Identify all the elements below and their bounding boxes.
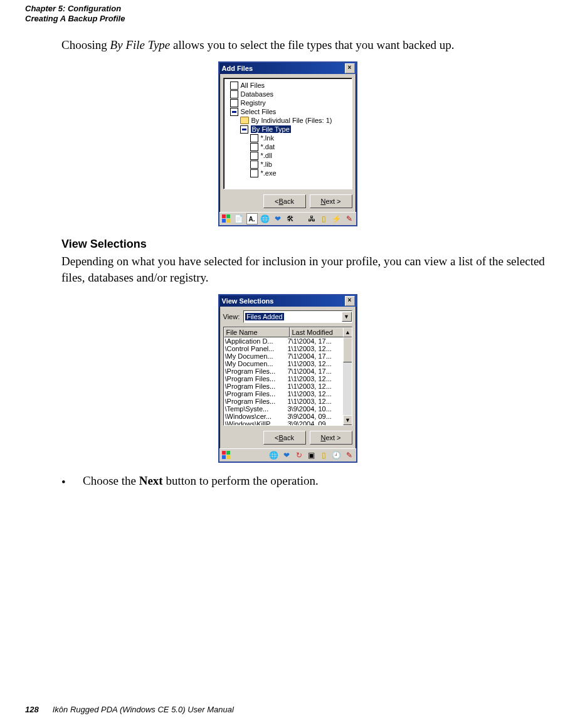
shield-a-icon[interactable]: A. <box>246 213 258 224</box>
globe-icon[interactable]: 🌐 <box>269 450 279 460</box>
pen-icon[interactable]: ✎ <box>344 450 354 460</box>
tree-item-ext[interactable]: *.exe <box>225 169 351 177</box>
tree-item-by-file-type[interactable]: By File Type <box>225 125 351 134</box>
cell-lastmod: 1\1\2003, 12... <box>288 398 352 405</box>
running-header: Chapter 5: Configuration Creating A Back… <box>25 4 550 24</box>
checkbox-icon[interactable] <box>230 82 238 90</box>
manual-title: Ikôn Rugged PDA (Windows CE 5.0) User Ma… <box>53 705 234 714</box>
checkbox-icon[interactable] <box>250 152 258 160</box>
back-button[interactable]: < Back <box>263 431 306 445</box>
next-rest: ext > <box>325 434 340 441</box>
tree-item-registry[interactable]: Registry <box>225 98 351 107</box>
pen-icon[interactable]: ✎ <box>344 214 354 224</box>
checkbox-partial-icon[interactable] <box>230 108 238 116</box>
tree-item-select-files[interactable]: Select Files <box>225 107 351 116</box>
cell-filename: \Temp\Syste... <box>225 405 288 413</box>
start-icon[interactable] <box>221 214 231 224</box>
tree-label: Select Files <box>241 108 277 115</box>
taskbar: 🌐 ❤ ↻ ▣ ▯ 🕘 ✎ <box>219 448 356 462</box>
next-button[interactable]: Next > <box>310 431 352 445</box>
files-list[interactable]: File Name Last Modified \Application D..… <box>223 327 352 426</box>
checkbox-partial-icon[interactable] <box>240 125 248 134</box>
list-item[interactable]: \Program Files...1\1\2003, 12... <box>224 382 352 390</box>
list-item[interactable]: \Temp\Syste...3\9\2004, 10... <box>224 405 352 413</box>
scroll-down-icon[interactable]: ▼ <box>343 415 352 425</box>
taskbar: 📄 A. 🌐 ❤ 🛠 🖧 ▯ ⚡ ✎ <box>219 212 356 225</box>
figure-view-selections: View Selections × View: Files Added ▼ Fi… <box>25 294 550 463</box>
sync-icon[interactable]: ↻ <box>294 450 304 460</box>
tool-icon[interactable]: 🛠 <box>285 214 295 224</box>
column-header-filename[interactable]: File Name <box>224 327 290 337</box>
tree-label: By Individual File (Files: 1) <box>251 117 332 124</box>
list-item[interactable]: \Windows\KillP...3\9\2004, 09... <box>224 420 352 426</box>
view-combobox[interactable]: Files Added ▼ <box>243 310 352 323</box>
add-files-titlebar: Add Files × <box>219 63 356 74</box>
list-item[interactable]: \My Documen...1\1\2003, 12... <box>224 360 352 367</box>
network-icon[interactable]: 🖧 <box>307 214 317 224</box>
list-item[interactable]: \Control Panel...1\1\2003, 12... <box>224 345 352 352</box>
list-item[interactable]: \Program Files...1\1\2003, 12... <box>224 375 352 382</box>
tree-item-all-files[interactable]: All Files <box>225 81 351 90</box>
checkbox-icon[interactable] <box>250 134 258 142</box>
tree-label: Databases <box>241 90 274 98</box>
checkbox-icon[interactable] <box>250 143 258 151</box>
scroll-thumb[interactable] <box>343 337 352 362</box>
list-item[interactable]: \Program Files...1\1\2003, 12... <box>224 398 352 405</box>
checkbox-icon[interactable] <box>250 169 258 177</box>
bullet-marker: • <box>61 474 83 489</box>
tree-item-ext[interactable]: *.dat <box>225 142 351 151</box>
cell-filename: \Control Panel... <box>225 345 288 352</box>
checkbox-icon[interactable] <box>230 90 238 98</box>
back-mnemonic: B <box>278 434 283 441</box>
tree-item-databases[interactable]: Databases <box>225 90 351 98</box>
close-icon[interactable]: × <box>345 63 355 73</box>
scrollbar[interactable]: ▲ ▼ <box>343 327 352 425</box>
cell-lastmod: 7\1\2004, 17... <box>288 367 352 375</box>
back-mnemonic: B <box>278 198 283 205</box>
list-item[interactable]: \Program Files...7\1\2004, 17... <box>224 367 352 375</box>
scroll-up-icon[interactable]: ▲ <box>343 327 352 337</box>
tree-label: *.lnk <box>261 134 274 142</box>
cell-filename: \Program Files... <box>225 375 288 382</box>
checkbox-icon[interactable] <box>230 99 238 107</box>
cell-filename: \Program Files... <box>225 398 288 405</box>
close-icon[interactable]: × <box>345 296 355 306</box>
bullet-post: button to perform the operation. <box>163 474 319 487</box>
tree-item-ext[interactable]: *.dll <box>225 151 351 160</box>
heart-icon[interactable]: ❤ <box>282 450 292 460</box>
back-button[interactable]: < Back <box>263 194 306 208</box>
tree-item-ext[interactable]: *.lnk <box>225 134 351 142</box>
page-footer: 128 Ikôn Rugged PDA (Windows CE 5.0) Use… <box>25 705 234 714</box>
chevron-down-icon[interactable]: ▼ <box>342 312 352 322</box>
add-files-tree[interactable]: All Files Databases Registry Select File… <box>223 78 352 189</box>
view-selections-dialog: View Selections × View: Files Added ▼ Fi… <box>218 294 357 463</box>
clock-icon[interactable]: 🕘 <box>332 450 342 460</box>
tree-item-by-individual[interactable]: By Individual File (Files: 1) <box>225 116 351 125</box>
doc-icon[interactable]: 📄 <box>234 214 244 224</box>
tree-label: *.dat <box>261 143 275 150</box>
cell-filename: \Windows\cer... <box>225 413 288 420</box>
back-rest: ack <box>283 198 294 205</box>
add-files-title: Add Files <box>222 65 253 72</box>
paragraph-view-selections: Depending on what you have selected for … <box>61 253 550 285</box>
battery-icon[interactable]: ▯ <box>319 450 329 460</box>
back-rest: ack <box>283 434 294 441</box>
screen-icon[interactable]: ▣ <box>307 450 317 460</box>
next-mnemonic: N <box>320 198 325 205</box>
battery-icon[interactable]: ▯ <box>319 214 329 224</box>
list-item[interactable]: \Application D...7\1\2004, 17... <box>224 337 352 345</box>
cell-lastmod: 1\1\2003, 12... <box>288 360 352 367</box>
next-button[interactable]: Next > <box>310 194 352 208</box>
checkbox-icon[interactable] <box>250 161 258 169</box>
cell-lastmod: 1\1\2003, 12... <box>288 345 352 352</box>
bolt-icon[interactable]: ⚡ <box>332 214 342 224</box>
tree-item-ext[interactable]: *.lib <box>225 160 351 169</box>
list-item[interactable]: \Windows\cer...3\9\2004, 09... <box>224 413 352 420</box>
start-icon[interactable] <box>221 450 231 460</box>
cell-lastmod: 1\1\2003, 12... <box>288 382 352 390</box>
cell-filename: \My Documen... <box>225 352 288 360</box>
heart-icon[interactable]: ❤ <box>273 214 283 224</box>
globe-icon[interactable]: 🌐 <box>260 214 270 224</box>
list-item[interactable]: \My Documen...7\1\2004, 17... <box>224 352 352 360</box>
list-item[interactable]: \Program Files...1\1\2003, 12... <box>224 390 352 398</box>
